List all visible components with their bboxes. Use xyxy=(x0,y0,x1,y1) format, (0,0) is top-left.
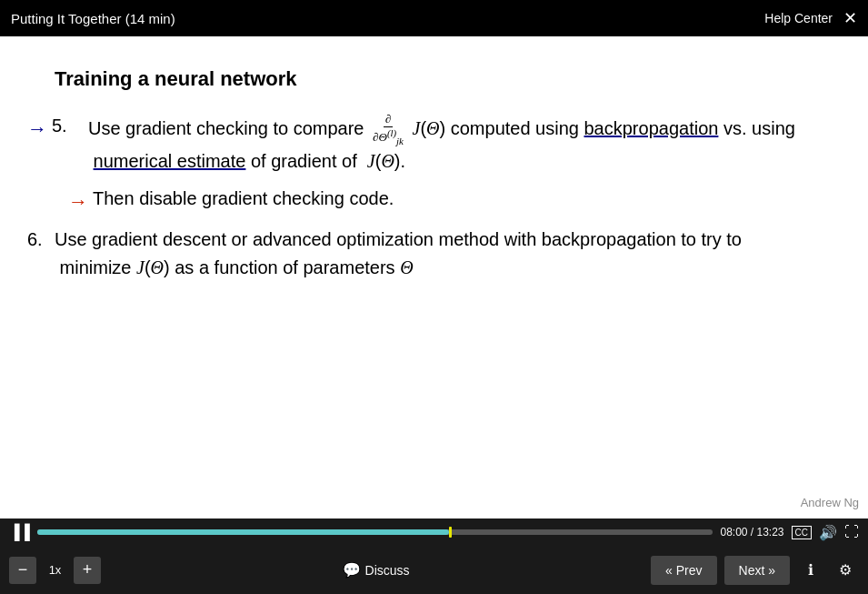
item-number-6: 6. xyxy=(27,226,55,253)
video-title: Putting It Together (14 min) xyxy=(11,11,175,26)
arrow-blue-icon: → xyxy=(27,114,47,144)
progress-marker xyxy=(449,527,452,538)
help-center-link[interactable]: Help Center xyxy=(764,11,833,25)
speed-plus-button[interactable]: + xyxy=(74,557,101,584)
play-pause-button[interactable]: ▐▐ xyxy=(9,524,30,540)
close-icon[interactable]: ✕ xyxy=(843,8,857,28)
nav-row: − 1x + 💬 Discuss « Prev Next » ℹ ⚙ xyxy=(0,546,868,594)
slide-content: Training a neural network → 5. Use gradi… xyxy=(27,64,823,282)
top-bar-right: Help Center ✕ xyxy=(764,8,857,28)
fraction-partial: ∂ ∂Θ(l)jk xyxy=(371,112,405,147)
arrow-red-icon: → xyxy=(68,186,88,216)
progress-bar-area: ▐▐ 08:00 / 13:23 CC 🔊 ⛶ xyxy=(0,518,868,546)
fullscreen-icon[interactable]: ⛶ xyxy=(844,524,859,540)
list-subitem-disable: → Then disable gradient checking code. xyxy=(68,185,823,216)
discuss-button[interactable]: 💬 Discuss xyxy=(343,561,410,579)
speed-minus-button[interactable]: − xyxy=(9,557,36,584)
slide-content-area: Training a neural network → 5. Use gradi… xyxy=(0,36,868,518)
progress-fill xyxy=(37,529,450,535)
time-display: 08:00 / 13:23 xyxy=(720,526,783,539)
cc-button[interactable]: CC xyxy=(792,526,812,539)
discuss-label: Discuss xyxy=(365,563,410,578)
speed-label: 1x xyxy=(44,563,66,577)
discuss-icon: 💬 xyxy=(343,561,361,579)
progress-track[interactable] xyxy=(37,529,713,535)
list-item-5: → 5. Use gradient checking to compare ∂ … xyxy=(27,112,823,176)
item-text-5: Use gradient checking to compare ∂ ∂Θ(l)… xyxy=(88,112,823,176)
next-button[interactable]: Next » xyxy=(724,556,790,585)
prev-button[interactable]: « Prev xyxy=(651,556,716,585)
bottom-controls: ▐▐ 08:00 / 13:23 CC 🔊 ⛶ − 1x + 💬 Discuss… xyxy=(0,518,868,594)
item-text-6: Use gradient descent or advanced optimiz… xyxy=(55,226,823,282)
top-bar: Putting It Together (14 min) Help Center… xyxy=(0,0,868,36)
watermark: Andrew Ng xyxy=(801,496,859,509)
slide-title: Training a neural network xyxy=(55,64,823,94)
item-number-5: 5. xyxy=(52,112,88,139)
backpropagation-term: backpropagation xyxy=(584,118,719,138)
item-list: → 5. Use gradient checking to compare ∂ … xyxy=(27,112,823,282)
time-total: 13:23 xyxy=(757,526,784,539)
numerical-estimate-term: numerical estimate xyxy=(94,151,246,171)
settings-button[interactable]: ⚙ xyxy=(832,557,859,584)
info-button[interactable]: ℹ xyxy=(797,557,824,584)
time-current: 08:00 xyxy=(720,526,747,539)
subitem-text-disable: Then disable gradient checking code. xyxy=(93,185,394,213)
volume-icon[interactable]: 🔊 xyxy=(819,524,837,541)
list-item-6: 6. Use gradient descent or advanced opti… xyxy=(27,226,823,282)
